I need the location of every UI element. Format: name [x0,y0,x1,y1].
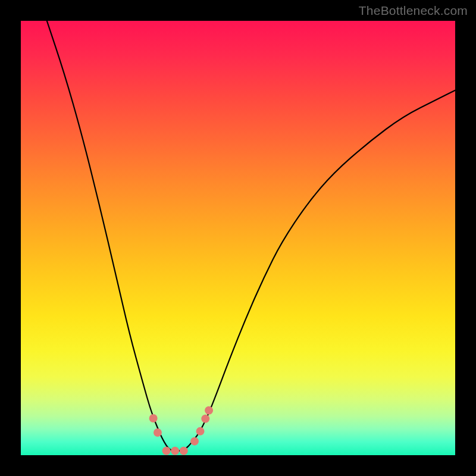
curve-marker [149,414,158,422]
curve-marker [171,447,179,455]
curve-marker [154,428,162,437]
chart-svg [21,21,455,455]
curve-marker [196,427,204,436]
markers-group [149,406,213,455]
curve-marker [190,437,199,446]
curve-marker [162,447,171,455]
curve-marker [205,406,213,415]
curve-marker [201,415,209,423]
plot-area [21,21,455,455]
chart-stage: TheBottleneck.com [0,0,476,476]
bottleneck-curve [47,21,455,451]
watermark-text: TheBottleneck.com [359,4,468,18]
curve-marker [180,447,188,455]
